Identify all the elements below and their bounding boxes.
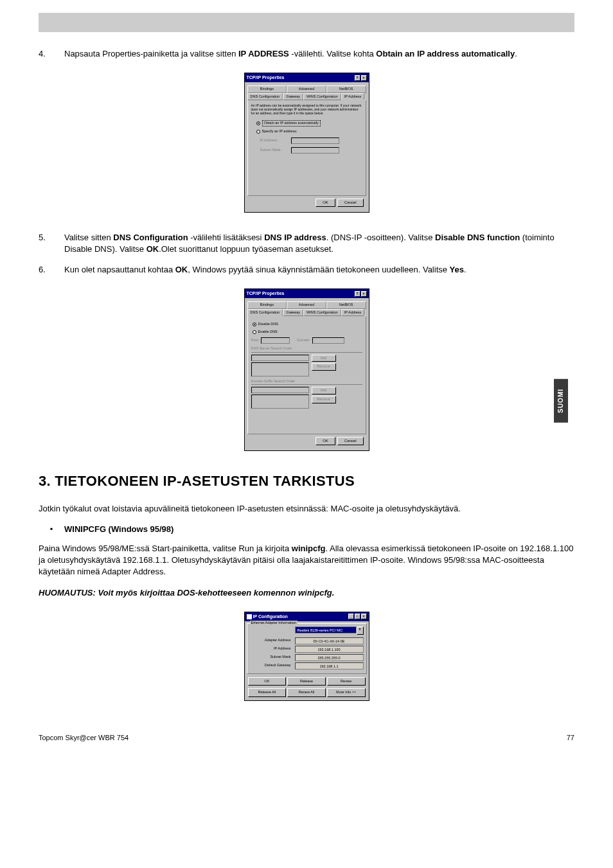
ok-button[interactable]: OK <box>315 199 335 206</box>
step-text: Kun olet napsauttanut kohtaa OK, Windows… <box>64 264 574 276</box>
tab-wins-config[interactable]: WINS Configuration <box>303 93 341 101</box>
radio-icon <box>253 323 256 326</box>
tab-advanced[interactable]: Advanced <box>287 301 326 309</box>
subnet-mask-label: Subnet Mask <box>250 655 295 660</box>
top-grey-bar <box>39 13 574 32</box>
radio-icon <box>256 121 260 125</box>
close-button[interactable]: × <box>361 614 367 619</box>
radio-label: Specify an IP address: <box>262 129 298 134</box>
add-button[interactable]: Add <box>312 355 336 362</box>
text: Kun olet napsauttanut kohtaa <box>64 265 175 274</box>
chevron-down-icon: ▼ <box>357 626 364 635</box>
dialog-titlebar: TCP/IP Properties ? × <box>245 73 369 82</box>
tab-ip-address[interactable]: IP Address <box>341 93 365 101</box>
tab-dns-config[interactable]: DNS Configuration <box>247 93 283 101</box>
radio-icon <box>256 130 260 134</box>
step-number: 6. <box>39 264 64 276</box>
host-field <box>261 337 290 344</box>
more-info-button[interactable]: More Info >> <box>327 688 366 697</box>
tab-bindings[interactable]: Bindings <box>247 301 287 309</box>
section-3-paragraph: Paina Windows 95/98/ME:ssä Start-painike… <box>39 543 574 578</box>
subnet-mask-field: ... <box>291 147 339 154</box>
domain-label: Domain: <box>297 338 310 343</box>
remove-button[interactable]: Remove <box>312 363 336 371</box>
tab-netbios[interactable]: NetBIOS <box>326 301 366 309</box>
text: . <box>464 265 466 274</box>
step-text: Valitse sitten DNS Configuration -välile… <box>64 232 574 255</box>
suffix-field <box>251 387 309 393</box>
close-button[interactable]: × <box>361 291 367 297</box>
dns-listbox <box>251 362 309 376</box>
maximize-button[interactable]: □ <box>355 614 360 619</box>
bold: Obtain an IP address automatically <box>376 49 515 58</box>
remove-button[interactable]: Remove <box>312 396 336 403</box>
host-label: Host: <box>251 338 260 343</box>
tab-bindings[interactable]: Bindings <box>247 85 287 93</box>
text: Napsauta Properties-painiketta ja valits… <box>64 49 238 58</box>
text: .Olet suorittanut loppuun työaseman aset… <box>159 244 333 254</box>
bullet-dot: • <box>39 524 64 535</box>
add-button[interactable]: Add <box>312 387 336 394</box>
tab-dns-config[interactable]: DNS Configuration <box>247 309 283 317</box>
tab-gateway[interactable]: Gateway <box>283 309 303 317</box>
text: -välilehti lisätäksesi <box>188 233 265 242</box>
dialog-titlebar: TCP/IP Properties ? × <box>245 289 369 298</box>
radio-enable-dns[interactable]: Enable DNS <box>253 330 362 335</box>
domain-suffix-label: Domain Suffix Search Order <box>251 379 362 384</box>
dialog-titlebar: IP Configuration _ □ × <box>245 612 369 621</box>
bold: IP ADDRESS <box>238 49 289 58</box>
dialog-title: TCP/IP Properties <box>247 75 285 81</box>
cancel-button[interactable]: Cancel <box>337 437 364 445</box>
tab-wins-config[interactable]: WINS Configuration <box>303 309 341 317</box>
cancel-button[interactable]: Cancel <box>337 199 364 206</box>
dialog-title: TCP/IP Properties <box>247 290 285 297</box>
step-6: 6. Kun olet napsauttanut kohtaa OK, Wind… <box>39 264 574 276</box>
tab-gateway[interactable]: Gateway <box>283 93 303 101</box>
step-5: 5. Valitse sitten DNS Configuration -väl… <box>39 232 574 255</box>
radio-disable-dns[interactable]: Disable DNS <box>253 322 362 327</box>
page-number: 77 <box>567 733 574 743</box>
text: . (DNS-IP -osoitteen). Valitse <box>326 233 435 242</box>
tab-advanced[interactable]: Advanced <box>287 85 326 93</box>
minimize-button[interactable]: _ <box>348 614 354 619</box>
radio-label: Enable DNS <box>258 330 278 335</box>
step-4: 4. Napsauta Properties-painiketta ja val… <box>39 48 574 60</box>
help-button[interactable]: ? <box>355 291 360 297</box>
dns-search-order-label: DNS Server Search Order <box>251 346 362 351</box>
bold: OK <box>147 244 159 254</box>
radio-obtain-auto[interactable]: Obtain an IP address automatically <box>256 120 362 127</box>
step-number: 4. <box>39 48 64 60</box>
renew-button[interactable]: Renew <box>327 677 366 686</box>
section-3-intro: Jotkin työkalut ovat loistavia apuväline… <box>39 503 574 515</box>
release-button[interactable]: Release <box>287 677 326 686</box>
tab-netbios[interactable]: NetBIOS <box>326 85 366 93</box>
note-text: HUOMAUTUS: Voit myös kirjoittaa DOS-keho… <box>39 587 574 599</box>
dropdown-value: Realtek 8139-series PCI NIC <box>295 626 357 633</box>
release-all-button[interactable]: Release All <box>248 688 287 697</box>
subnet-mask-label: Subnet Mask: <box>260 148 287 153</box>
suffix-listbox <box>251 394 309 409</box>
dns-ip-field: ... <box>251 355 309 361</box>
tcpip-properties-dialog-2: TCP/IP Properties ? × Bindings Advanced … <box>244 288 369 451</box>
tab-ip-address[interactable]: IP Address <box>341 309 365 317</box>
default-gateway-label: Default Gateway <box>250 663 295 668</box>
subnet-mask-value: 255.255.255.0 <box>295 654 364 661</box>
renew-all-button[interactable]: Renew All <box>287 688 326 697</box>
ok-button[interactable]: OK <box>315 437 335 445</box>
language-side-tab: SUOMI <box>554 379 568 423</box>
radio-specify-ip[interactable]: Specify an IP address: <box>256 129 362 134</box>
text: , Windows pyytää sinua käynnistämään tie… <box>188 265 449 274</box>
step-text: Napsauta Properties-painiketta ja valits… <box>64 48 574 60</box>
close-button[interactable]: × <box>361 75 367 81</box>
radio-label: Obtain an IP address automatically <box>262 120 321 127</box>
bold: DNS Configuration <box>113 233 188 242</box>
bold: Disable DNS function <box>435 233 520 242</box>
domain-field <box>312 337 344 344</box>
bullet-label: WINIPCFG (Windows 95/98) <box>64 524 173 534</box>
page-footer: Topcom Skyr@cer WBR 754 77 <box>39 733 574 743</box>
help-button[interactable]: ? <box>355 75 360 81</box>
step-number: 5. <box>39 232 64 255</box>
adapter-dropdown[interactable]: Realtek 8139-series PCI NIC ▼ <box>295 626 364 635</box>
ok-button[interactable]: OK <box>248 677 287 686</box>
group-label: Ethernet Adapter Information <box>250 621 298 626</box>
